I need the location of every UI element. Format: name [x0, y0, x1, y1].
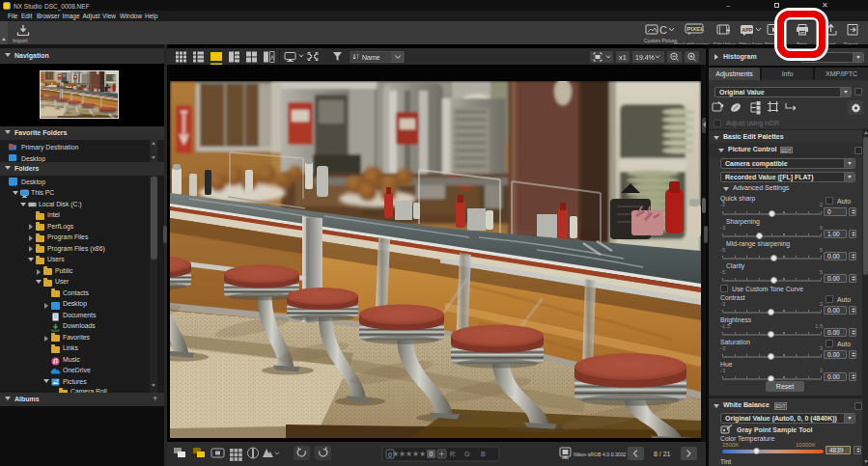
- svg-text:R:: R:: [450, 451, 457, 457]
- svg-text:Nikon sRGB 4.0.0.3002: Nikon sRGB 4.0.0.3002: [574, 452, 627, 457]
- svg-text:x1: x1: [619, 53, 627, 62]
- svg-text:★: ★: [419, 450, 426, 458]
- svg-text:G:: G:: [464, 451, 471, 457]
- svg-text:PIXEL: PIXEL: [687, 26, 704, 32]
- svg-text:C: C: [659, 24, 667, 36]
- svg-text:APP: APP: [742, 27, 753, 33]
- svg-text:19.4%: 19.4%: [635, 54, 655, 61]
- svg-text:8 / 21: 8 / 21: [654, 451, 671, 457]
- svg-text:B:: B:: [481, 451, 487, 457]
- svg-text:Name: Name: [362, 54, 380, 61]
- svg-text:0: 0: [430, 451, 434, 457]
